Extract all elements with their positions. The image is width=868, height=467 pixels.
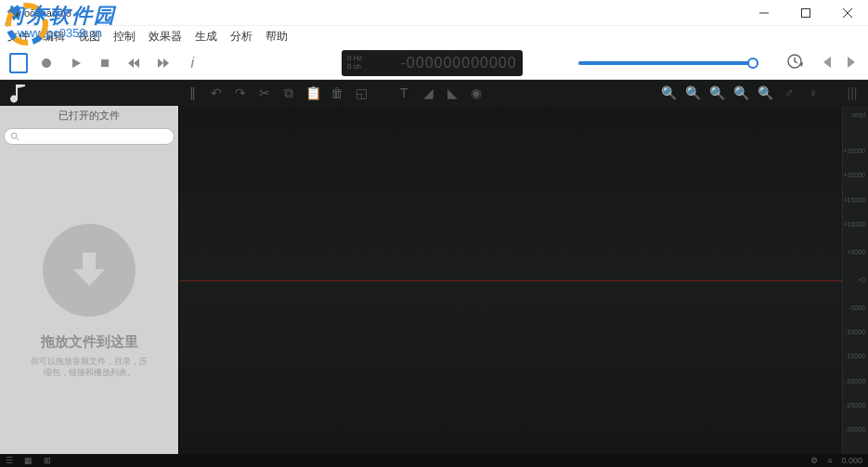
svg-marker-17	[848, 57, 855, 68]
maximize-button[interactable]	[784, 0, 826, 26]
undo-icon[interactable]: ↶	[208, 85, 225, 100]
svg-marker-8	[72, 58, 81, 68]
main-area: 已打开的文件 拖放文件到这里 你可以拖放音频文件，目录，压 缩包，链接和播放列表…	[0, 106, 868, 454]
svg-marker-13	[163, 58, 169, 68]
zoom-v-icon[interactable]: 🔍	[757, 85, 773, 100]
search-input[interactable]	[4, 128, 175, 145]
menu-bar: 文件 编辑 视图 控制 效果器 生成 分析 帮助	[0, 26, 868, 46]
time-display: 0 Hz 0 ch -000000000000	[342, 50, 523, 76]
scale-tick: +10000	[843, 221, 865, 227]
view-thumb-icon[interactable]: ⊞	[44, 456, 51, 465]
fade-out-icon[interactable]: ◣	[444, 85, 460, 100]
nav-forward-button[interactable]	[844, 55, 859, 71]
status-time: 0.000	[841, 456, 862, 465]
minimize-button[interactable]	[743, 0, 784, 26]
menu-help[interactable]: 帮助	[266, 29, 288, 45]
record-button[interactable]	[37, 53, 57, 73]
menu-effects[interactable]: 效果器	[149, 29, 182, 45]
transport-bar: i 0 Hz 0 ch -000000000000	[0, 46, 868, 80]
fade-in-icon[interactable]: ◢	[420, 85, 436, 100]
levels-icon[interactable]: ≡	[827, 456, 832, 465]
svg-marker-10	[128, 58, 134, 68]
scale-unit: smpl	[851, 111, 865, 118]
scale-tick: +20000	[843, 172, 865, 178]
rewind-button[interactable]	[124, 53, 144, 73]
settings-icon[interactable]: ⚙	[810, 456, 818, 465]
scale-tick: -25000	[845, 402, 865, 409]
crop-icon[interactable]: ◱	[353, 85, 369, 100]
history-button[interactable]	[786, 53, 803, 73]
svg-point-7	[42, 58, 51, 68]
zoom-out-icon[interactable]: 🔍	[684, 85, 701, 100]
waveform-centerline	[179, 280, 842, 281]
app-icon	[7, 6, 20, 19]
scale-tick: -30000	[845, 426, 865, 433]
svg-rect-9	[101, 59, 109, 67]
view-list-icon[interactable]: ☰	[6, 456, 13, 465]
scale-tick: -15000	[845, 353, 865, 359]
paste-icon[interactable]: 📋	[304, 85, 321, 100]
status-bar: ☰ ▦ ⊞ ⚙ ≡ 0.000	[0, 454, 868, 467]
download-icon	[43, 224, 136, 317]
svg-marker-16	[823, 57, 831, 68]
scale-tick: -20000	[845, 378, 865, 384]
view-grid-icon[interactable]: ▦	[24, 456, 32, 465]
cut-icon[interactable]: ✂	[256, 85, 273, 100]
scale-tick: +5000	[847, 249, 865, 255]
redo-icon[interactable]: ↷	[232, 85, 249, 100]
play-button[interactable]	[66, 53, 85, 73]
stop-button[interactable]	[95, 53, 114, 73]
menu-analysis[interactable]: 分析	[230, 29, 253, 45]
scale-tick: +0	[858, 277, 865, 283]
scale-tick: -10000	[845, 329, 865, 335]
drop-zone[interactable]: 拖放文件到这里 你可以拖放音频文件，目录，压 缩包，链接和播放列表。	[0, 149, 178, 454]
display-time: -000000000000	[362, 55, 516, 71]
svg-rect-4	[801, 9, 810, 18]
pause-tool-icon[interactable]: ‖	[184, 85, 201, 100]
svg-marker-12	[158, 58, 163, 68]
editor-toolbar: ‖ ↶ ↷ ✂ ⧉ 📋 🗑 ◱ T ◢ ◣ ◉ 🔍 🔍 🔍 🔍 🔍 ♂ ♀ ||…	[0, 80, 868, 106]
nav-back-button[interactable]	[822, 55, 836, 71]
menu-generate[interactable]: 生成	[195, 29, 217, 45]
svg-marker-11	[134, 58, 139, 68]
scale-tick: +15000	[843, 197, 865, 203]
title-bar: ocenaudio	[0, 0, 868, 26]
app-title: ocenaudio	[24, 7, 71, 19]
waveform-area[interactable]: smpl +25000 +20000 +15000 +10000 +5000 +…	[178, 106, 868, 454]
copy-icon[interactable]: ⧉	[280, 85, 297, 101]
drop-subtitle-2: 缩包，链接和播放列表。	[44, 368, 136, 379]
volume-thumb[interactable]	[747, 58, 758, 69]
scale-tick: -5000	[849, 305, 865, 311]
scale-tick: +25000	[843, 148, 865, 154]
delete-icon[interactable]: 🗑	[329, 85, 345, 100]
zoom-sel-icon[interactable]: 🔍	[708, 85, 725, 100]
file-icon[interactable]	[9, 53, 28, 73]
tool-b-icon[interactable]: ♀	[805, 85, 822, 100]
svg-point-18	[11, 133, 17, 138]
text-tool-icon[interactable]: T	[395, 85, 412, 100]
drop-subtitle-1: 你可以拖放音频文件，目录，压	[31, 357, 148, 368]
zoom-fit-icon[interactable]: 🔍	[732, 85, 749, 100]
meter-icon[interactable]: |||	[844, 85, 861, 100]
info-button[interactable]: i	[183, 53, 202, 73]
menu-file[interactable]: 文件	[7, 29, 30, 45]
menu-edit[interactable]: 编辑	[43, 29, 65, 45]
menu-control[interactable]: 控制	[113, 29, 136, 45]
sidebar-header: 已打开的文件	[0, 106, 178, 124]
search-icon	[10, 132, 19, 141]
display-ch: 0 ch	[347, 63, 362, 71]
svg-point-2	[8, 7, 19, 19]
loop-icon[interactable]: ◉	[468, 85, 485, 100]
note-icon	[7, 82, 30, 104]
menu-view[interactable]: 视图	[78, 29, 100, 45]
amplitude-scale: smpl +25000 +20000 +15000 +10000 +5000 +…	[842, 106, 868, 454]
zoom-in-icon[interactable]: 🔍	[660, 85, 677, 100]
svg-line-19	[17, 138, 19, 141]
drop-title: 拖放文件到这里	[41, 333, 138, 351]
tool-a-icon[interactable]: ♂	[781, 85, 797, 100]
sidebar: 已打开的文件 拖放文件到这里 你可以拖放音频文件，目录，压 缩包，链接和播放列表…	[0, 106, 178, 454]
forward-button[interactable]	[153, 53, 173, 73]
close-button[interactable]	[826, 0, 868, 26]
volume-slider[interactable]	[578, 61, 758, 65]
